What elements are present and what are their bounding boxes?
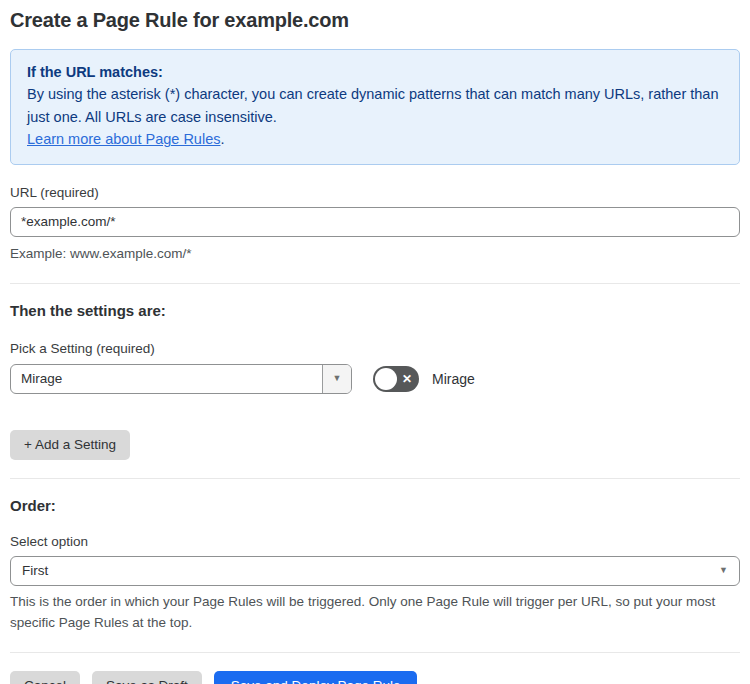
link-suffix-period: . (220, 131, 224, 147)
save-and-deploy-button[interactable]: Save and Deploy Page Rule (214, 671, 418, 684)
cancel-button[interactable]: Cancel (10, 671, 80, 684)
footer-actions: Cancel Save as Draft Save and Deploy Pag… (10, 671, 740, 684)
url-field-label: URL (required) (10, 185, 740, 200)
pick-setting-label: Pick a Setting (required) (10, 341, 740, 356)
url-field-helper: Example: www.example.com/* (10, 244, 740, 265)
order-select-value: First (22, 563, 48, 578)
toggle-off-x-icon: ✕ (402, 373, 412, 385)
url-input[interactable] (10, 207, 740, 237)
add-setting-button[interactable]: + Add a Setting (10, 430, 130, 460)
page-title: Create a Page Rule for example.com (10, 9, 740, 32)
mirage-toggle-switch[interactable]: ✕ (373, 366, 419, 392)
save-as-draft-button[interactable]: Save as Draft (92, 671, 202, 684)
learn-more-page-rules-link[interactable]: Learn more about Page Rules (27, 131, 220, 147)
toggle-setting-label: Mirage (432, 371, 475, 387)
info-box-link-row: Learn more about Page Rules. (27, 128, 723, 150)
section-divider (10, 283, 740, 284)
info-box-heading: If the URL matches: (27, 61, 723, 83)
info-box-body: By using the asterisk (*) character, you… (27, 83, 723, 128)
order-select-dropdown[interactable]: First ▼ (10, 556, 740, 586)
setting-select-value: Mirage (11, 365, 72, 393)
setting-select-dropdown[interactable]: Mirage ▼ (10, 364, 352, 394)
order-section-heading: Order: (10, 497, 740, 514)
settings-section-heading: Then the settings are: (10, 302, 740, 319)
chevron-down-icon: ▼ (719, 566, 728, 575)
setting-row: Mirage ▼ ✕ Mirage (10, 364, 740, 394)
toggle-knob (375, 368, 397, 390)
order-helper-text: This is the order in which your Page Rul… (10, 592, 738, 634)
url-match-info-box: If the URL matches: By using the asteris… (10, 49, 740, 165)
section-divider (10, 478, 740, 479)
order-select-label: Select option (10, 534, 740, 549)
chevron-down-icon[interactable]: ▼ (322, 365, 351, 393)
create-page-rule-form: Create a Page Rule for example.com If th… (0, 0, 750, 684)
footer-divider (10, 652, 740, 653)
